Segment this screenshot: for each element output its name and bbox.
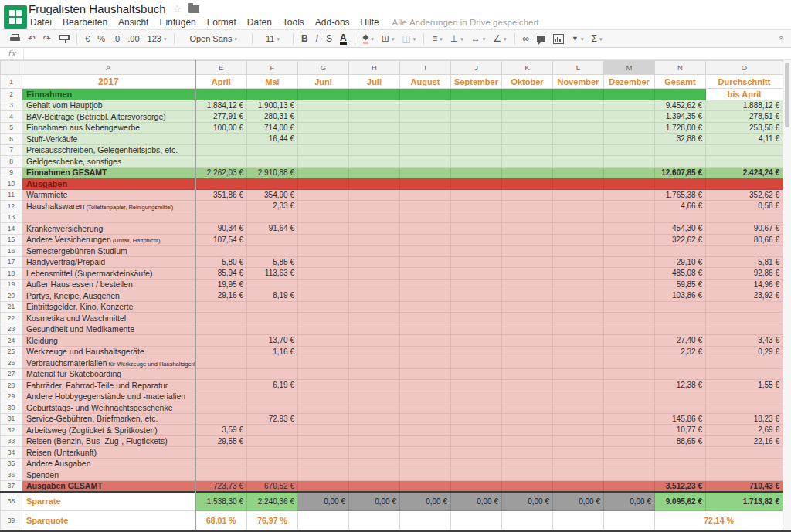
cell-J21[interactable] (451, 301, 502, 313)
row-header-6[interactable]: 6 (1, 134, 22, 145)
merge-cells-button[interactable]: ◫ (398, 30, 419, 47)
menu-addons[interactable]: Add-ons (310, 16, 355, 29)
cell-H28[interactable] (349, 380, 400, 391)
cell-F9[interactable]: 2.910,88 € (247, 167, 298, 178)
cell-E4[interactable]: 277,91 € (195, 111, 247, 123)
cell-F4[interactable]: 280,31 € (247, 111, 298, 123)
col-header-K[interactable]: K (502, 61, 553, 75)
cell-K24[interactable] (502, 335, 553, 347)
cell-E21[interactable] (195, 301, 247, 313)
cell-O2[interactable]: bis April (706, 89, 783, 100)
row-header-21[interactable]: 21 (1, 301, 22, 313)
cell-A10[interactable]: Ausgaben (22, 178, 195, 190)
cell-H33[interactable] (349, 435, 400, 447)
cell-I17[interactable] (400, 256, 451, 268)
cell-E32[interactable]: 3,59 € (195, 425, 247, 436)
cell-K3[interactable] (502, 100, 553, 111)
cell-O30[interactable] (706, 402, 783, 414)
cell-K21[interactable] (502, 301, 553, 313)
cell-K25[interactable] (502, 346, 553, 357)
functions-button[interactable]: Σ (588, 30, 606, 47)
cell-E24[interactable] (195, 335, 247, 347)
row-header-37[interactable]: 37 (1, 480, 22, 492)
cell-F3[interactable]: 1.900,13 € (247, 100, 298, 111)
cell-G28[interactable] (298, 380, 349, 391)
cell-G19[interactable] (298, 279, 349, 290)
paint-format-button[interactable] (55, 30, 73, 47)
cell-E25[interactable] (195, 346, 247, 357)
cell-E34[interactable] (195, 447, 247, 459)
cell-O7[interactable] (706, 144, 783, 156)
cell-I7[interactable] (400, 144, 451, 156)
cell-J25[interactable] (451, 346, 502, 357)
cell-F11[interactable]: 354,90 € (247, 189, 298, 201)
cell-L2[interactable] (553, 89, 604, 100)
cell-F23[interactable] (247, 324, 298, 335)
cell-G3[interactable] (298, 100, 349, 111)
cell-M17[interactable] (604, 256, 655, 268)
cell-G7[interactable] (298, 144, 349, 156)
cell-G23[interactable] (298, 324, 349, 335)
cell-J28[interactable] (451, 380, 502, 391)
cell-L31[interactable] (553, 413, 604, 425)
cell-J13[interactable] (451, 212, 502, 223)
cell-E31[interactable] (195, 413, 247, 425)
cell-L28[interactable] (553, 380, 604, 391)
cell-O4[interactable]: 278,51 € (706, 111, 783, 123)
cell-G27[interactable] (298, 368, 349, 380)
cell-G15[interactable] (298, 234, 349, 246)
cell-E22[interactable] (195, 313, 247, 324)
cell-A7[interactable]: Preisausschreiben, Gelegenheitsjobs, etc… (22, 144, 195, 156)
cell-I21[interactable] (400, 301, 451, 313)
cell-F21[interactable] (247, 301, 298, 313)
cell-E30[interactable] (195, 402, 247, 414)
row-header-4[interactable]: 4 (1, 111, 22, 123)
col-header-N[interactable]: N (655, 61, 706, 75)
cell-G24[interactable] (298, 335, 349, 347)
cell-F29[interactable] (247, 391, 298, 402)
cell-J32[interactable] (451, 425, 502, 436)
cell-G6[interactable] (298, 134, 349, 145)
cell-H13[interactable] (349, 212, 400, 223)
cell-J11[interactable] (451, 189, 502, 201)
menu-tools[interactable]: Tools (277, 16, 310, 29)
cell-A39[interactable]: Sparquote (22, 511, 195, 530)
cell-J15[interactable] (451, 234, 502, 246)
cell-I23[interactable] (400, 324, 451, 335)
menu-bearbeiten[interactable]: Bearbeiten (57, 16, 113, 29)
cell-N14[interactable]: 454,30 € (655, 223, 706, 235)
cell-A26[interactable]: Verbrauchsmaterialien für Werkzeuge und … (22, 357, 195, 369)
cell-L25[interactable] (553, 346, 604, 357)
cell-M33[interactable] (604, 435, 655, 447)
cell-J23[interactable] (451, 324, 502, 335)
cell-J34[interactable] (451, 447, 502, 459)
cell-F25[interactable]: 1,16 € (247, 346, 298, 357)
cell-A13[interactable] (22, 212, 195, 223)
cell-H25[interactable] (349, 346, 400, 357)
cell-A38[interactable]: Sparrate (22, 492, 195, 511)
cell-A32[interactable]: Arbeitsweg (Zugticket & Spritkosten) (22, 425, 195, 436)
cell-N37[interactable]: 3.512,23 € (655, 480, 706, 492)
cell-H39[interactable] (349, 511, 400, 530)
cell-K31[interactable] (502, 413, 553, 425)
cell-H6[interactable] (349, 134, 400, 145)
cell-O35[interactable] (706, 458, 783, 469)
cell-E6[interactable] (195, 134, 247, 145)
cell-H15[interactable] (349, 234, 400, 246)
cell-N35[interactable] (655, 458, 706, 469)
cell-J30[interactable] (451, 402, 502, 414)
cell-K33[interactable] (502, 435, 553, 447)
col-header-G[interactable]: G (298, 61, 349, 75)
cell-O34[interactable] (706, 447, 783, 459)
cell-L38[interactable]: 0,00 € (553, 492, 604, 511)
cell-E17[interactable]: 5,80 € (195, 256, 247, 268)
cell-A30[interactable]: Geburtstags- und Weihnachtsgeschenke (22, 402, 195, 414)
cell-M11[interactable] (604, 189, 655, 201)
cell-H31[interactable] (349, 413, 400, 425)
row-header-23[interactable]: 23 (1, 324, 22, 335)
cell-O18[interactable]: 92,86 € (706, 268, 783, 280)
cell-H37[interactable] (349, 480, 400, 492)
cell-F1[interactable]: Mai (247, 75, 298, 89)
cell-K39[interactable] (502, 511, 553, 530)
cell-A4[interactable]: BAV-Beiträge (Betriebl. Altersvorsorge) (22, 111, 195, 123)
